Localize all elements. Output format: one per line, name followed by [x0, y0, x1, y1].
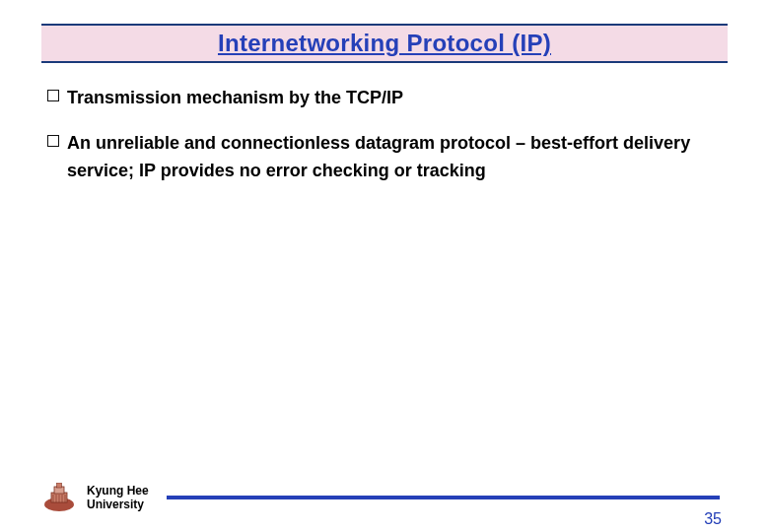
square-bullet-icon: [47, 135, 59, 147]
bullet-text: An unreliable and connectionless datagra…: [67, 130, 722, 185]
slide-title: Internetworking Protocol (IP): [218, 30, 551, 56]
bullet-text: Transmission mechanism by the TCP/IP: [67, 85, 403, 112]
slide-content: Transmission mechanism by the TCP/IP An …: [47, 85, 722, 185]
square-bullet-icon: [47, 90, 59, 101]
footer-institution-line1: Kyung Hee: [87, 484, 149, 498]
footer-institution: Kyung Hee University: [87, 484, 149, 512]
footer-divider: [167, 496, 720, 499]
bullet-item: Transmission mechanism by the TCP/IP: [47, 85, 722, 112]
footer-logo-block: Kyung Hee University: [41, 483, 149, 512]
slide-footer: Kyung Hee University: [41, 483, 728, 512]
footer-institution-line2: University: [87, 498, 149, 511]
page-number: 35: [704, 510, 722, 528]
svg-rect-3: [57, 483, 62, 488]
slide-title-bar: Internetworking Protocol (IP): [41, 24, 728, 63]
bullet-item: An unreliable and connectionless datagra…: [47, 130, 722, 185]
university-crest-icon: [41, 483, 77, 512]
